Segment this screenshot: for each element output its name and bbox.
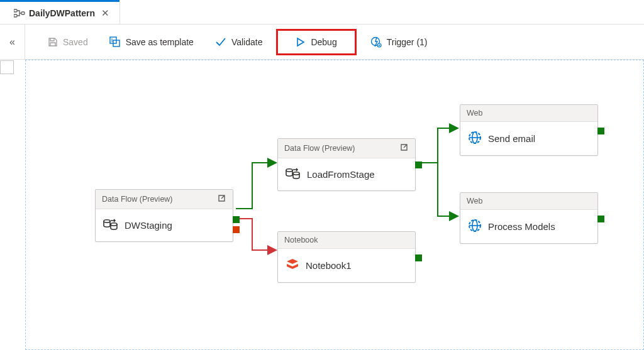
activity-title: Send email: [488, 133, 535, 144]
activity-type: Web: [467, 109, 482, 118]
close-icon[interactable]: ✕: [99, 8, 112, 19]
success-port[interactable]: [597, 216, 604, 222]
activity-type: Data Flow (Preview): [102, 195, 173, 204]
trigger-icon: [370, 36, 382, 48]
save-icon: [48, 37, 58, 47]
dataflow-icon: [103, 218, 118, 232]
success-port[interactable]: [415, 161, 422, 168]
activity-notebook1[interactable]: Notebook Notebook1: [277, 231, 416, 283]
activity-send-email[interactable]: Web Send email: [460, 104, 598, 156]
svg-rect-0: [14, 9, 17, 12]
pipeline-tab[interactable]: DailyDWPattern ✕: [6, 2, 120, 24]
template-icon: [109, 36, 121, 48]
play-icon: [296, 37, 306, 47]
web-icon: [468, 131, 482, 146]
failure-port[interactable]: [233, 226, 240, 233]
web-icon: [468, 219, 482, 234]
validate-label: Validate: [231, 37, 263, 47]
pipeline-icon: [14, 9, 25, 18]
activity-title: Notebook1: [306, 260, 352, 271]
activity-type: Notebook: [284, 236, 318, 244]
svg-point-9: [286, 169, 292, 172]
dataflow-icon: [286, 167, 301, 182]
svg-rect-1: [14, 14, 17, 17]
saved-status: Saved: [40, 33, 96, 51]
save-as-template-button[interactable]: Save as template: [102, 33, 201, 52]
tab-title: DailyDWPattern: [29, 8, 95, 18]
svg-point-8: [111, 223, 117, 226]
databricks-icon: [286, 258, 299, 273]
success-port[interactable]: [415, 254, 422, 261]
activity-title: Process Models: [488, 221, 555, 232]
activity-dwstaging[interactable]: Data Flow (Preview) DWStaging: [95, 189, 233, 242]
debug-button[interactable]: Debug: [276, 29, 356, 55]
chevron-double-left-icon: «: [9, 36, 15, 48]
sidebar-stub[interactable]: [0, 60, 14, 74]
activity-title: LoadFromStage: [307, 169, 375, 180]
activity-loadfromstage[interactable]: Data Flow (Preview) LoadFromStage: [277, 138, 416, 191]
save-template-label: Save as template: [126, 37, 194, 47]
pipeline-canvas[interactable]: Data Flow (Preview) DWStaging Data Flow …: [25, 60, 644, 350]
success-port[interactable]: [597, 128, 604, 134]
activity-title: DWStaging: [125, 220, 172, 231]
debug-label: Debug: [311, 37, 336, 47]
success-port[interactable]: [233, 216, 240, 223]
check-icon: [215, 36, 226, 48]
trigger-button[interactable]: Trigger (1): [363, 33, 435, 52]
svg-rect-2: [21, 12, 25, 14]
open-icon[interactable]: [217, 194, 226, 205]
activity-type: Web: [467, 197, 482, 205]
open-icon[interactable]: [399, 143, 409, 154]
svg-point-7: [104, 220, 110, 222]
saved-label: Saved: [63, 37, 88, 47]
svg-point-10: [293, 172, 299, 175]
activity-process-models[interactable]: Web Process Models: [460, 192, 598, 244]
trigger-label: Trigger (1): [387, 37, 428, 47]
activity-type: Data Flow (Preview): [284, 144, 355, 153]
collapse-sidebar-button[interactable]: «: [0, 25, 25, 60]
validate-button[interactable]: Validate: [208, 33, 270, 52]
